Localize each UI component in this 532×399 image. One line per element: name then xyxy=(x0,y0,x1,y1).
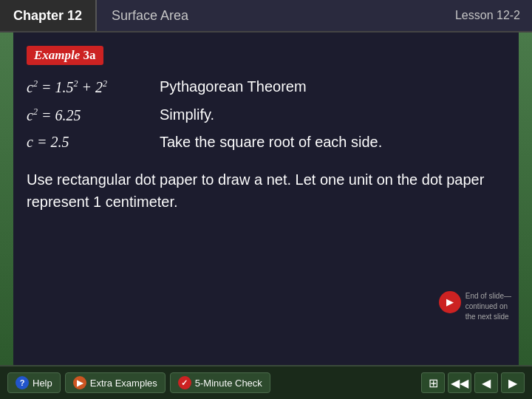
slide: Chapter 12 Surface Area Lesson 12-2 Exam… xyxy=(0,0,532,399)
math-expr-3: c = 2.5 xyxy=(27,134,160,151)
end-slide-note: ▶ End of slide—continued onthe next slid… xyxy=(439,291,511,322)
math-expr-2: c2 = 6.25 xyxy=(27,106,160,124)
math-rows: c2 = 1.52 + 22 Pythagorean Theorem c2 = … xyxy=(27,78,505,151)
end-note-icon: ▶ xyxy=(439,291,461,313)
example-badge: Example 3a xyxy=(27,46,103,65)
extra-examples-button[interactable]: ▶ Extra Examples xyxy=(65,372,166,393)
nav-grid-button[interactable]: ⊞ xyxy=(421,372,445,393)
header-bar: Chapter 12 Surface Area Lesson 12-2 xyxy=(0,0,532,33)
example-label: Example xyxy=(34,48,83,62)
help-icon: ? xyxy=(16,376,29,389)
lesson-label: Lesson 12-2 xyxy=(443,0,532,31)
nav-controls: ⊞ ◀◀ ◀ ▶ xyxy=(421,372,525,393)
help-button[interactable]: ? Help xyxy=(7,372,61,393)
bottom-toolbar: ? Help ▶ Extra Examples ✓ 5-Minute Check… xyxy=(0,365,532,399)
math-desc-2: Simplify. xyxy=(160,106,214,123)
example-number: 3a xyxy=(83,48,96,62)
end-note-text: End of slide—continued onthe next slide xyxy=(466,291,511,322)
check-label: 5-Minute Check xyxy=(195,378,262,389)
check-icon: ✓ xyxy=(178,376,191,389)
help-label: Help xyxy=(33,378,52,389)
nav-first-button[interactable]: ◀◀ xyxy=(448,372,471,393)
math-row-2: c2 = 6.25 Simplify. xyxy=(27,106,505,124)
extra-label: Extra Examples xyxy=(90,378,157,389)
slide-title: Surface Area xyxy=(97,0,443,31)
five-minute-check-button[interactable]: ✓ 5-Minute Check xyxy=(170,372,270,393)
math-desc-3: Take the square root of each side. xyxy=(160,134,382,151)
math-row-3: c = 2.5 Take the square root of each sid… xyxy=(27,134,505,151)
body-text: Use rectangular dot paper to draw a net.… xyxy=(27,168,505,213)
nav-prev-button[interactable]: ◀ xyxy=(474,372,498,393)
math-desc-1: Pythagorean Theorem xyxy=(160,78,307,95)
math-expr-1: c2 = 1.52 + 22 xyxy=(27,78,160,96)
extra-icon: ▶ xyxy=(73,376,86,389)
nav-next-button[interactable]: ▶ xyxy=(501,372,525,393)
chapter-label: Chapter 12 xyxy=(0,0,97,31)
main-content: Example 3a c2 = 1.52 + 22 Pythagorean Th… xyxy=(0,33,532,365)
math-row-1: c2 = 1.52 + 22 Pythagorean Theorem xyxy=(27,78,505,96)
